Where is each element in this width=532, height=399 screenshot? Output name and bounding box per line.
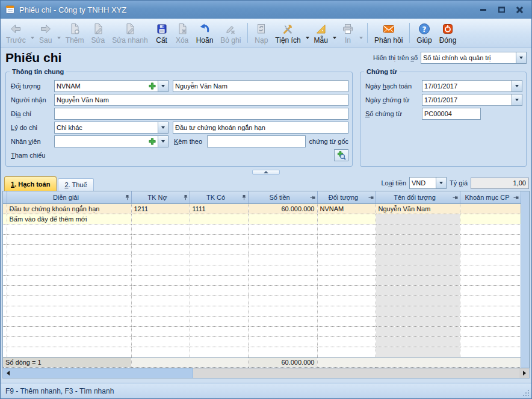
grid-cell[interactable] (376, 214, 460, 224)
grid-column-header-dien-giai[interactable]: Diễn giải (7, 191, 131, 203)
grid-cell[interactable] (190, 214, 248, 224)
grid-cell[interactable] (317, 275, 376, 285)
grid-cell[interactable] (7, 275, 131, 285)
grid-cell[interactable] (7, 306, 131, 316)
grid-cell[interactable] (317, 214, 376, 224)
grid-cell[interactable] (376, 336, 460, 347)
grid-cell[interactable] (7, 224, 131, 234)
grid-cell[interactable] (317, 244, 376, 255)
kem-theo-input[interactable] (207, 135, 306, 147)
grid-cell[interactable]: NVNAM (317, 203, 376, 214)
chevron-down-icon[interactable] (516, 52, 526, 63)
chevron-down-icon[interactable] (512, 94, 522, 105)
vertical-scrollbar[interactable] (521, 191, 529, 368)
chevron-down-icon[interactable] (436, 178, 446, 188)
grid-cell[interactable] (460, 255, 521, 265)
ngay-chung-tu-datepicker[interactable] (422, 94, 522, 106)
grid-cell[interactable] (190, 275, 248, 285)
grid-cell[interactable] (131, 336, 190, 347)
grid-cell[interactable] (376, 244, 460, 255)
chevron-down-icon[interactable] (358, 29, 364, 46)
ty-gia-input[interactable] (471, 178, 529, 189)
grid-cell[interactable] (131, 275, 190, 285)
grid-column-header-khoan-muc-cp[interactable]: Khoản mục CP (460, 191, 521, 203)
scroll-left-button[interactable] (3, 368, 13, 378)
grid-cell[interactable] (7, 285, 131, 295)
grid-cell[interactable] (317, 234, 376, 244)
minimize-button[interactable] (476, 4, 490, 16)
tab-thue[interactable]: 2. Thuế (58, 178, 93, 191)
grid-cell[interactable] (7, 316, 131, 326)
table-row[interactable] (3, 326, 521, 336)
grid-cell[interactable]: Đầu tư chứng khoán ngắn hạn (7, 203, 131, 214)
new-row-hint[interactable]: Bấm vào đây để thêm mới (3, 214, 521, 224)
grid-cell[interactable] (460, 336, 521, 347)
grid-cell[interactable]: 60.000.000 (248, 203, 317, 214)
toolbar-button-dong[interactable]: Đóng (436, 19, 460, 46)
grid-cell[interactable] (248, 224, 317, 234)
doi-tuong-combobox[interactable] (54, 80, 169, 92)
grid-cell[interactable] (376, 265, 460, 275)
chevron-down-icon[interactable] (305, 29, 311, 46)
table-row[interactable]: Đầu tư chứng khoán ngắn hạn1211111160.00… (3, 203, 521, 214)
table-row[interactable] (3, 347, 521, 357)
grid-cell[interactable] (131, 265, 190, 275)
grid-cell[interactable] (376, 285, 460, 295)
grid-column-header-doi-tuong[interactable]: Đối tượng (317, 191, 376, 203)
resize-grip[interactable] (528, 395, 529, 396)
grid-cell[interactable] (190, 234, 248, 244)
ly-do-chi-input[interactable] (55, 124, 158, 131)
dia-chi-input[interactable] (54, 108, 348, 120)
chevron-down-icon[interactable] (56, 29, 62, 46)
chevron-down-icon[interactable] (29, 29, 36, 46)
grid-cell[interactable] (460, 306, 521, 316)
chevron-down-icon[interactable] (332, 29, 338, 46)
horizontal-scrollbar[interactable] (2, 368, 530, 379)
grid-cell[interactable] (317, 306, 376, 316)
grid-cell[interactable] (460, 244, 521, 255)
grid-cell[interactable] (248, 347, 317, 357)
add-plus-icon[interactable] (147, 81, 158, 91)
loai-tien-combobox[interactable] (409, 177, 447, 189)
grid-cell[interactable] (7, 326, 131, 336)
loai-tien-input[interactable] (410, 179, 436, 187)
grid-cell[interactable] (460, 316, 521, 326)
toolbar-button-cat[interactable]: Cất (152, 19, 172, 46)
grid-cell[interactable] (376, 316, 460, 326)
pin-icon[interactable] (513, 194, 519, 202)
nhan-vien-input[interactable] (55, 138, 147, 145)
grid-cell[interactable] (248, 285, 317, 295)
doi-tuong-name-input[interactable] (173, 80, 348, 92)
table-row[interactable] (3, 224, 521, 234)
table-row[interactable] (3, 295, 521, 306)
scrollbar-thumb[interactable] (13, 368, 193, 378)
pin-icon[interactable] (241, 194, 247, 202)
scroll-right-button[interactable] (519, 368, 529, 378)
grid-cell[interactable] (317, 265, 376, 275)
grid-cell[interactable] (248, 326, 317, 336)
grid-cell[interactable] (190, 265, 248, 275)
grid-cell[interactable] (190, 285, 248, 295)
table-row[interactable] (3, 306, 521, 316)
toolbar-button-hoan[interactable]: Hoãn (193, 19, 217, 46)
chevron-down-icon[interactable] (158, 81, 168, 91)
grid-cell[interactable] (460, 203, 521, 214)
pin-icon[interactable] (125, 194, 130, 202)
add-plus-icon[interactable] (147, 136, 158, 147)
ly-do-chi-detail-input[interactable] (173, 122, 348, 134)
tab-hach-toan[interactable]: 1. Hạch toán (4, 176, 57, 191)
chevron-down-icon[interactable] (512, 81, 522, 91)
grid-cell[interactable] (7, 336, 131, 347)
grid-cell[interactable] (317, 295, 376, 306)
grid-cell[interactable] (190, 244, 248, 255)
grid-cell[interactable] (131, 255, 190, 265)
grid-cell[interactable] (248, 214, 317, 224)
grid-cell[interactable] (460, 275, 521, 285)
grid-cell[interactable] (190, 306, 248, 316)
grid-cell[interactable] (7, 244, 131, 255)
grid-cell[interactable] (7, 347, 131, 357)
grid-cell[interactable] (460, 285, 521, 295)
grid-cell[interactable] (248, 295, 317, 306)
grid-cell[interactable] (460, 234, 521, 244)
grid-cell[interactable] (248, 244, 317, 255)
